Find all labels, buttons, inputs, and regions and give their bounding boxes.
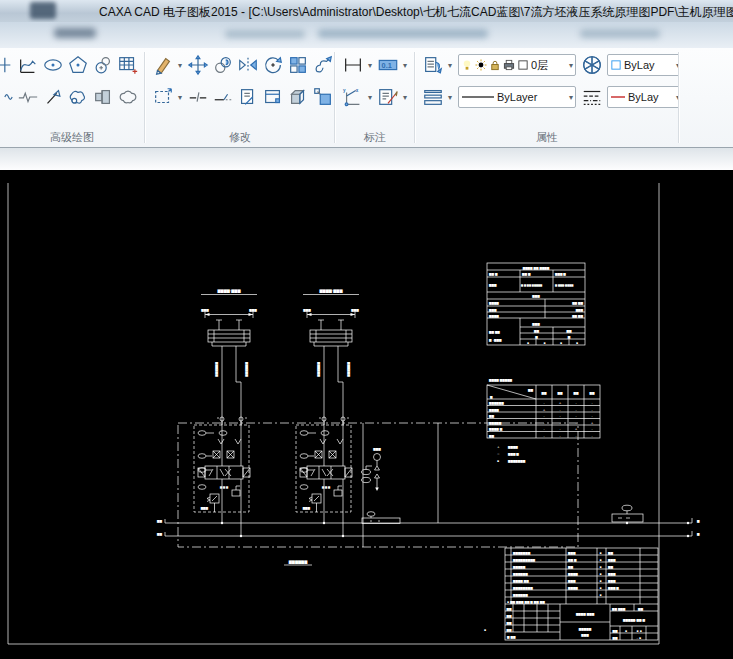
ribbon-group-advanced-draw: 高级绘图 xyxy=(0,48,144,147)
color-wheel-icon[interactable] xyxy=(579,53,604,78)
window-title: CAXA CAD 电子图板2015 - [C:\Users\Administra… xyxy=(99,4,733,21)
paper-frame xyxy=(8,183,659,644)
svg-text:▆▆▆: ▆▆▆ xyxy=(531,294,540,298)
svg-text:y: y xyxy=(342,88,345,93)
color-swatch-blue xyxy=(610,59,622,71)
break-icon[interactable] xyxy=(185,85,210,110)
chevron-down-icon[interactable]: ▾ xyxy=(569,61,573,70)
svg-text:---+--: ---+-- xyxy=(591,401,594,438)
text-edit-icon[interactable] xyxy=(375,85,400,110)
svg-text:▆▆: ▆▆ xyxy=(557,391,563,395)
mirror-icon[interactable] xyxy=(235,53,260,78)
svg-text:▆▆▆▆▆▆▆▆▆▆▆▆▆▆▆▆ ▆: ▆▆▆▆▆▆▆▆▆▆▆▆▆▆▆▆ ▆ xyxy=(607,551,619,590)
printer-icon xyxy=(503,59,515,71)
delete-pencil-icon[interactable] xyxy=(150,53,175,78)
linetype-select[interactable]: ByLayer ▾ xyxy=(458,86,576,108)
tolerance-icon[interactable]: 0.1 xyxy=(375,53,400,78)
dropdown-arrow-icon[interactable]: ▾ xyxy=(445,93,455,102)
zigzag-line-icon[interactable] xyxy=(15,85,40,110)
dropdown-arrow-icon[interactable]: ▾ xyxy=(365,93,375,102)
schematic-drawing[interactable]: ▆▆▆▆-▆▆▆ ▆▆▆ ▆▆▆ ▆▆▆▆▆▆ ▆▆▆▆▆▆ xyxy=(0,170,733,659)
svg-text:▆▆ ▆▆: ▆▆ ▆▆ xyxy=(571,301,583,305)
title-bar[interactable]: CAXA CAD 电子图板2015 - [C:\Users\Administra… xyxy=(0,0,733,22)
polygon-icon[interactable] xyxy=(65,53,90,78)
svg-text:▆: ▆ xyxy=(534,335,538,339)
ribbon-group-modify: ▾ ▾ 修改 xyxy=(146,48,334,147)
contour-icon[interactable] xyxy=(65,85,90,110)
linetype-select-value: ByLayer xyxy=(497,91,567,103)
spline-icon[interactable] xyxy=(15,53,40,78)
dropdown-arrow-icon[interactable]: ▾ xyxy=(175,93,185,102)
stray-mark: ▪ xyxy=(484,628,486,632)
svg-text:▆: ▆ xyxy=(696,519,700,523)
corner-icon[interactable] xyxy=(260,85,285,110)
svg-text:▆▆▆▆▆▆▆▆: ▆▆▆▆▆▆▆▆ xyxy=(506,607,512,632)
svg-text:▆▆▆▆▆▆▆▆▆▆▆▆▆▆▆▆▆▆▆▆▆▆▆▆▆▆▆▆▆▆: ▆▆▆▆▆▆▆▆▆▆▆▆▆▆▆▆▆▆▆▆▆▆▆▆▆▆▆▆▆▆▆ ▆▆▆▆▆▆▆▆… xyxy=(512,551,536,597)
ellipse-icon[interactable] xyxy=(40,53,65,78)
svg-text:▆▆: ▆▆ xyxy=(566,329,572,333)
right-pump-component xyxy=(612,505,643,524)
stretch-icon[interactable] xyxy=(310,53,334,78)
table-icon[interactable] xyxy=(115,53,140,78)
block-3d-icon[interactable] xyxy=(285,85,310,110)
clipped-tool-icon[interactable] xyxy=(0,53,15,78)
extend-icon[interactable] xyxy=(210,85,235,110)
rotate-icon[interactable] xyxy=(260,53,285,78)
svg-text:▆▆▆▆ ▆▆▆▆▆: ▆▆▆▆ ▆▆▆▆▆ xyxy=(488,378,513,382)
station-boundary xyxy=(178,423,578,547)
arrow-icon[interactable] xyxy=(40,85,65,110)
dimension-icon[interactable] xyxy=(340,53,365,78)
color-select[interactable]: ByLay ▾ xyxy=(607,54,678,76)
copy-icon[interactable] xyxy=(210,53,235,78)
chevron-down-icon[interactable]: ▾ xyxy=(569,93,573,102)
svg-text:▆▆▆ ▆: ▆▆▆ ▆ xyxy=(507,452,519,456)
ribbon-tab-strip[interactable] xyxy=(0,22,733,48)
drawing-canvas[interactable]: ▆▆▆▆-▆▆▆ ▆▆▆ ▆▆▆ ▆▆▆▆▆▆ ▆▆▆▆▆▆ xyxy=(0,170,733,659)
svg-text:▆▆ ▆: ▆▆ ▆ xyxy=(488,272,498,276)
revolve-solid-icon[interactable] xyxy=(90,85,115,110)
ribbon-lower-strip xyxy=(0,148,733,170)
blurred-tab xyxy=(580,29,660,38)
bulb-icon xyxy=(461,59,473,71)
dropdown-arrow-icon[interactable]: ▾ xyxy=(400,61,410,70)
ribbon-group-properties: ▾ 0层 ▾ ByLay ▾ ▾ xyxy=(416,48,678,147)
svg-text:▪: ▪ xyxy=(543,341,545,345)
svg-text:▆▆: ▆▆ xyxy=(533,329,539,333)
dropdown-arrow-icon[interactable]: ▾ xyxy=(445,61,455,70)
tangent-circle-icon[interactable] xyxy=(90,53,115,78)
schematic-caption: ▆▆▆▆▆▆ xyxy=(284,559,312,565)
linecolor-select-value: ByLay xyxy=(628,91,674,103)
application-window: CAXA CAD 电子图板2015 - [C:\Users\Administra… xyxy=(0,0,733,659)
coordinate-dimension-icon[interactable]: xy xyxy=(340,85,365,110)
dropdown-arrow-icon[interactable]: ▾ xyxy=(175,61,185,70)
layer-manager-icon[interactable] xyxy=(420,53,445,78)
cloud-icon[interactable] xyxy=(115,85,140,110)
clipped-wave-icon[interactable] xyxy=(0,85,15,110)
line-width-icon[interactable] xyxy=(420,85,445,110)
layer-select[interactable]: 0层 ▾ xyxy=(458,54,576,76)
ribbon: 高级绘图 ▾ ▾ xyxy=(0,48,733,148)
hydraulic-circuit-2 xyxy=(296,288,359,537)
move-icon[interactable] xyxy=(185,53,210,78)
array-icon[interactable] xyxy=(285,53,310,78)
app-icon[interactable] xyxy=(30,2,56,19)
svg-text:▆ –▆▆▆: ▆ –▆▆▆ xyxy=(488,338,502,342)
svg-text:▆▆: ▆▆ xyxy=(612,636,618,640)
svg-text:-+----: -+---- xyxy=(543,401,546,438)
trim-icon[interactable] xyxy=(235,85,260,110)
dropdown-arrow-icon[interactable]: ▾ xyxy=(365,61,375,70)
svg-text:▆▆▆▆▆▆▆: ▆▆▆▆▆▆▆ xyxy=(507,459,526,463)
scale-icon[interactable] xyxy=(150,85,175,110)
title-block: ▆▆▆▆▆▆▆▆▆▆▆▆▆▆▆▆▆▆▆▆▆▆▆▆▆▆▆▆▆▆▆ ▆▆▆▆▆▆▆▆… xyxy=(505,548,658,640)
linecolor-select[interactable]: ByLay ▾ xyxy=(607,86,678,108)
dropdown-arrow-icon[interactable]: ▾ xyxy=(400,93,410,102)
explode-icon[interactable] xyxy=(310,85,334,110)
svg-text:▆: ▆ xyxy=(489,395,493,399)
svg-text:▆▆▆▆▆ ▆▆▆▆▆▆▆▆▆▆▆▆▆▆: ▆▆▆▆▆ ▆▆▆▆▆▆▆▆▆▆▆▆▆▆ xyxy=(567,551,578,590)
svg-text:▆▆: ▆▆ xyxy=(573,391,579,395)
svg-text:▆▆ ▆: ▆▆ ▆ xyxy=(521,272,531,276)
linetype-pattern-icon[interactable] xyxy=(579,85,604,110)
layer-select-value: 0层 xyxy=(531,58,567,73)
svg-text:▆▆ ▆▆: ▆▆ ▆▆ xyxy=(571,314,583,318)
svg-text:▆▆: ▆▆ xyxy=(589,391,595,395)
